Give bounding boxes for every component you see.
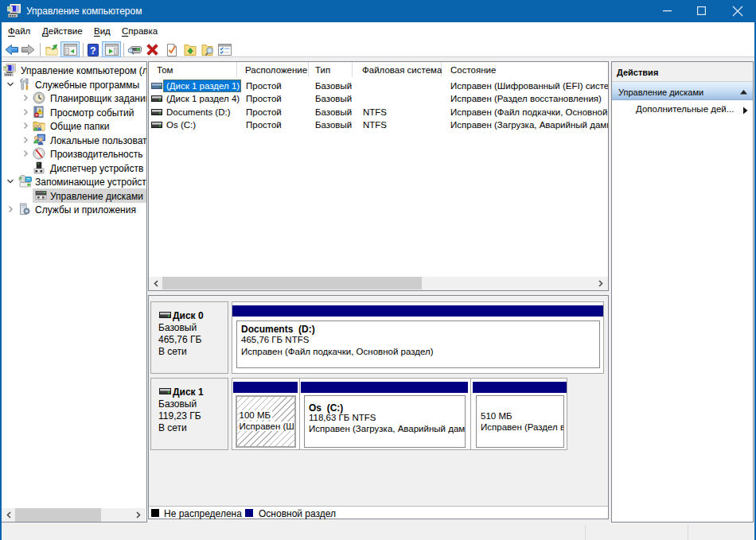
svg-text:?: ?	[90, 45, 95, 56]
